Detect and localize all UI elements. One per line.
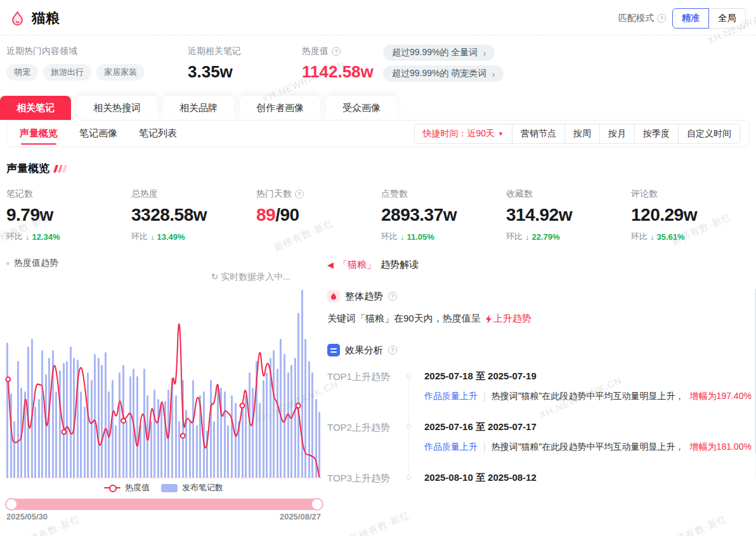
top2-item: TOP2上升趋势 2025-07-16 至 2025-07-17 作品质量上升 … bbox=[327, 421, 752, 453]
heat-value: 1142.58w bbox=[302, 62, 381, 82]
quality-up-link[interactable]: 作品质量上升 bbox=[424, 391, 478, 402]
down-arrow-icon: ↓ bbox=[150, 232, 155, 242]
bullet-dot-icon bbox=[6, 262, 10, 265]
flame-badge-icon bbox=[327, 290, 340, 303]
subtab-note-list[interactable]: 笔记列表 bbox=[139, 125, 177, 142]
filter-custom-time[interactable]: 自定义时间 bbox=[678, 124, 740, 143]
tab-related-hot-searches[interactable]: 相关热搜词 bbox=[77, 96, 157, 120]
recent-notes-block: 近期相关笔记 3.35w bbox=[188, 46, 302, 82]
rank-badge-pet-words[interactable]: 超过99.99%的 萌宠类词 › bbox=[383, 65, 504, 82]
down-arrow-icon: ↓ bbox=[25, 232, 30, 242]
quick-time-dropdown[interactable]: 快捷时间：近90天 ▼ bbox=[415, 124, 512, 143]
rank-badges: 超过99.99%的 全量词 › 超过99.99%的 萌宠类词 › bbox=[383, 44, 504, 82]
range-end-date: 2025/08/27 bbox=[280, 512, 321, 521]
gain-value: 增幅为197.40% bbox=[690, 391, 752, 402]
tab-related-notes[interactable]: 相关笔记 bbox=[0, 96, 71, 120]
line-marker bbox=[121, 419, 126, 423]
line-marker bbox=[296, 403, 301, 408]
line-series-icon bbox=[104, 487, 121, 488]
heat-value-block: 热度值 ? 1142.58w bbox=[302, 46, 381, 82]
top-description: 作品质量上升 | 热搜词"猫粮"在此段趋势中平均互动量明显上升， 增幅为181.… bbox=[424, 441, 752, 453]
effect-analysis-header: 效果分析 ? bbox=[327, 344, 752, 356]
header: 猫粮 匹配模式 ? 精准 全局 bbox=[0, 0, 756, 35]
top-rank-label: TOP2上升趋势 bbox=[327, 422, 398, 434]
realtime-status-text: 实时数据录入中... bbox=[221, 271, 290, 282]
compare-value: 22.79% bbox=[532, 232, 560, 242]
chart-title: 热度值趋势 bbox=[14, 258, 58, 269]
tab-audience-profile[interactable]: 受众画像 bbox=[326, 96, 397, 120]
filter-marketing-nodes[interactable]: 营销节点 bbox=[512, 124, 564, 143]
sub-toolbar: 声量概览 笔记画像 笔记列表 快捷时间：近90天 ▼ 营销节点 按周 按月 按季… bbox=[6, 120, 750, 147]
keyword-analytics-page: 猫粮 匹配模式 ? 精准 全局 近期热门内容领域 萌宠 旅游出行 家居家装 近期… bbox=[0, 0, 756, 536]
slider-handle-left[interactable] bbox=[5, 498, 18, 511]
filter-by-quarter[interactable]: 按季度 bbox=[634, 124, 678, 143]
subtab-note-profile[interactable]: 笔记画像 bbox=[79, 125, 117, 142]
top-rank-label: TOP1上升趋势 bbox=[327, 371, 398, 383]
recent-notes-label: 近期相关笔记 bbox=[188, 46, 302, 57]
analysis-badge-icon bbox=[327, 344, 340, 356]
top-rank-label: TOP3上升趋势 bbox=[327, 473, 398, 485]
match-mode-text: 匹配模式 bbox=[618, 13, 654, 24]
heat-value-help-icon[interactable]: ? bbox=[332, 47, 341, 56]
hot-days-help-icon[interactable]: ? bbox=[295, 190, 304, 199]
domain-tag: 萌宠 bbox=[6, 64, 38, 81]
rank-badge-text: 超过99.99%的 萌宠类词 bbox=[392, 68, 486, 79]
compare-label: 环比 bbox=[381, 231, 398, 242]
date-range-slider[interactable] bbox=[6, 499, 321, 510]
trend-insight-panel: ◀ 「猫粮」 趋势解读 整体趋势 ? 关键词「猫粮」在90天内，热度值呈 bbox=[321, 258, 756, 521]
subtab-volume-overview[interactable]: 声量概览 bbox=[20, 125, 58, 142]
rising-trend: 上升趋势 bbox=[485, 313, 531, 325]
line-marker bbox=[240, 403, 245, 408]
filter-by-week[interactable]: 按周 bbox=[564, 124, 599, 143]
hot-days-count: 89 bbox=[256, 205, 275, 225]
compare-label: 环比 bbox=[631, 231, 648, 242]
metric-note-count: 笔记数 9.79w 环比 ↓ 12.34% bbox=[6, 188, 131, 242]
match-mode-exact-button[interactable]: 精准 bbox=[672, 8, 709, 29]
legend-note-count[interactable]: 发布笔记数 bbox=[161, 482, 223, 494]
filter-by-month[interactable]: 按月 bbox=[599, 124, 634, 143]
bolt-up-icon bbox=[485, 315, 492, 324]
top-description: 作品质量上升 | 热搜词"猫粮"在此段趋势中平均互动量明显上升， 增幅为197.… bbox=[424, 391, 752, 402]
match-mode-help-icon[interactable]: ? bbox=[657, 14, 666, 23]
chart-legend: 热度值 发布笔记数 bbox=[6, 482, 321, 494]
volume-section-title: 声量概览 bbox=[6, 161, 49, 176]
compare-value: 13.49% bbox=[157, 232, 185, 242]
tab-creator-profile[interactable]: 创作者画像 bbox=[240, 96, 320, 120]
effect-analysis-help-icon[interactable]: ? bbox=[388, 346, 397, 355]
metric-comments: 评论数 120.29w 环比 ↓ 35.61% bbox=[631, 188, 756, 242]
rank-badge-all-words[interactable]: 超过99.99%的 全量词 › bbox=[383, 44, 495, 61]
metric-collections: 收藏数 314.92w 环比 ↓ 22.79% bbox=[506, 188, 631, 242]
refresh-icon: ↻ bbox=[211, 271, 219, 282]
caret-down-icon: ▼ bbox=[498, 131, 504, 137]
legend-heat-value[interactable]: 热度值 bbox=[104, 482, 150, 494]
overall-trend-sentence: 关键词「猫粮」在90天内，热度值呈 bbox=[327, 313, 481, 325]
heat-value-label: 热度值 ? bbox=[302, 46, 381, 57]
metric-value: 120.29w bbox=[631, 205, 756, 225]
metrics-grid: 笔记数 9.79w 环比 ↓ 12.34% 总热度 3328.58w 环比 ↓ … bbox=[6, 188, 756, 242]
quality-up-link[interactable]: 作品质量上升 bbox=[424, 441, 478, 453]
metric-label: 点赞数 bbox=[381, 188, 506, 200]
compare-label: 环比 bbox=[506, 231, 523, 242]
top1-item: TOP1上升趋势 2025-07-18 至 2025-07-19 作品质量上升 … bbox=[327, 370, 752, 402]
line-marker bbox=[181, 433, 185, 438]
tab-related-brands[interactable]: 相关品牌 bbox=[163, 96, 234, 120]
realtime-status: ↻ 实时数据录入中... bbox=[6, 271, 321, 283]
match-mode-label: 匹配模式 ? bbox=[618, 13, 666, 24]
overview-stats: 近期热门内容领域 萌宠 旅游出行 家居家装 近期相关笔记 3.35w 热度值 ?… bbox=[0, 36, 756, 91]
divider-icon: | bbox=[483, 442, 486, 452]
match-mode-global-button[interactable]: 全局 bbox=[709, 8, 746, 29]
line-marker bbox=[6, 377, 10, 382]
desc-text: 热搜词"猫粮"在此段趋势中平均互动量明显上升， bbox=[492, 391, 684, 402]
desc-text: 热搜词"猫粮"在此段趋势中平均互动量明显上升， bbox=[492, 441, 684, 453]
domain-tag: 旅游出行 bbox=[43, 64, 91, 81]
flame-logo-icon bbox=[9, 10, 26, 27]
insight-keyword: 「猫粮」 bbox=[338, 259, 376, 271]
bottom-section: 热度值趋势 ↻ 实时数据录入中... 热度值 发布笔记数 bbox=[0, 258, 756, 521]
heat-trend-chart bbox=[6, 291, 321, 478]
quick-time-label: 快捷时间：近90天 bbox=[423, 128, 495, 140]
overall-trend-help-icon[interactable]: ? bbox=[388, 292, 397, 301]
heat-trend-chart-block: 热度值趋势 ↻ 实时数据录入中... 热度值 发布笔记数 bbox=[0, 258, 321, 521]
chart-title-row: 热度值趋势 bbox=[6, 258, 321, 269]
main-tabs: 相关笔记 相关热搜词 相关品牌 创作者画像 受众画像 bbox=[0, 96, 756, 120]
match-mode-control: 匹配模式 ? 精准 全局 bbox=[618, 8, 746, 29]
